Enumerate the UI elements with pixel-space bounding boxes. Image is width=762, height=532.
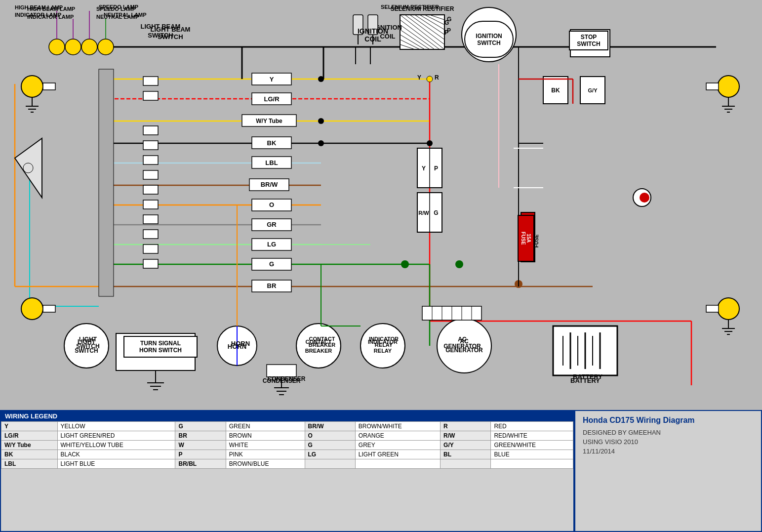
svg-text:P: P: [444, 29, 448, 36]
svg-rect-95: [143, 215, 158, 224]
svg-text:INDICATOR: INDICATOR: [368, 339, 398, 345]
svg-text:LIGHT: LIGHT: [78, 338, 96, 345]
svg-text:GENERATOR: GENERATOR: [445, 347, 483, 354]
svg-rect-24: [99, 69, 114, 296]
svg-text:P: P: [434, 165, 438, 172]
svg-text:BK: BK: [267, 139, 277, 147]
svg-point-76: [462, 7, 516, 62]
designer: DESIGNED BY GMEEHAN: [583, 429, 754, 436]
legend-name-lightblue: LIGHT BLUE: [57, 459, 175, 469]
svg-point-162: [640, 193, 649, 203]
legend-code-br: BR: [175, 431, 226, 441]
svg-text:G: G: [434, 209, 438, 216]
svg-rect-98: [143, 259, 158, 268]
svg-rect-114: [43, 305, 55, 312]
svg-text:G: G: [269, 260, 274, 268]
svg-text:INDICATOR LAMP: INDICATOR LAMP: [27, 14, 74, 20]
legend-section: WIRING LEGEND Y YELLOW G GREEN BR/W BROW…: [0, 410, 762, 532]
legend-name-blue: BLUE: [491, 450, 573, 459]
svg-text:HORN SWITCH: HORN SWITCH: [134, 348, 177, 355]
svg-text:BATTERY: BATTERY: [570, 377, 600, 384]
legend-code-gy: G/Y: [441, 441, 491, 450]
svg-rect-112: [43, 83, 55, 90]
legend-right-panel: Honda CD175 Wiring Diagram DESIGNED BY G…: [574, 410, 762, 532]
svg-text:IGNITION: IGNITION: [476, 27, 502, 34]
legend-name-grey: GREY: [355, 441, 440, 450]
legend-name-white: WHITE: [226, 441, 305, 450]
svg-rect-118: [706, 305, 719, 312]
svg-point-115: [718, 76, 739, 97]
svg-point-144: [437, 319, 491, 373]
svg-rect-136: [267, 365, 296, 377]
svg-text:AC: AC: [460, 338, 469, 345]
svg-rect-116: [706, 83, 719, 90]
legend-code-brbl: BR/BL: [175, 459, 226, 469]
legend-code-o: O: [305, 431, 355, 441]
svg-text:BK: BK: [551, 87, 560, 94]
svg-text:RELAY: RELAY: [374, 348, 392, 354]
legend-name-wytube: WHITE/YELLOW TUBE: [57, 441, 175, 450]
legend-code-brw: BR/W: [305, 422, 355, 431]
svg-point-127: [64, 324, 109, 368]
legend-name-orange: ORANGE: [355, 431, 440, 441]
svg-rect-88: [143, 91, 158, 100]
legend-name-brownwhite: BROWN/WHITE: [355, 422, 440, 431]
svg-text:SELENIUM RECTIFIER: SELENIUM RECTIFIER: [391, 5, 454, 12]
svg-rect-90: [143, 141, 158, 150]
svg-point-169: [455, 260, 463, 268]
svg-point-117: [718, 298, 739, 320]
svg-text:W/Y Tube: W/Y Tube: [256, 118, 282, 124]
svg-point-102: [98, 39, 114, 55]
svg-text:G/Y: G/Y: [588, 87, 598, 93]
legend-name-redwhite: RED/WHITE: [491, 431, 573, 441]
date: 11/11/2014: [583, 448, 754, 455]
svg-point-99: [49, 39, 65, 55]
svg-text:SWITCH: SWITCH: [477, 35, 500, 42]
svg-rect-96: [143, 230, 158, 239]
svg-rect-92: [143, 170, 158, 179]
legend-table-container: WIRING LEGEND Y YELLOW G GREEN BR/W BROW…: [0, 410, 574, 532]
svg-point-163: [318, 76, 324, 82]
legend-code-g: G: [175, 422, 226, 431]
svg-point-113: [21, 298, 43, 320]
svg-point-101: [81, 39, 97, 55]
legend-code-lgr: LG/R: [1, 431, 58, 441]
svg-point-168: [401, 260, 409, 268]
legend-name-lightgreen: LIGHT GREEN: [355, 450, 440, 459]
legend-name-lgr: LIGHT GREEN/RED: [57, 431, 175, 441]
svg-point-132: [296, 324, 341, 368]
svg-point-165: [318, 140, 324, 146]
svg-point-164: [318, 118, 324, 124]
diagram-title: Honda CD175 Wiring Diagram: [583, 416, 754, 425]
legend-name-green: GREEN: [226, 422, 305, 431]
svg-text:HIGH BEAM LAMP: HIGH BEAM LAMP: [27, 6, 75, 12]
legend-code-w: W: [175, 441, 226, 450]
legend-code-bl: BL: [441, 450, 491, 459]
svg-text:15A: 15A: [523, 237, 529, 246]
svg-text:SPEEDO LAMP: SPEEDO LAMP: [96, 6, 136, 12]
svg-rect-81: [353, 15, 363, 35]
svg-rect-89: [143, 126, 158, 135]
svg-text:SWITCH: SWITCH: [148, 32, 173, 39]
svg-text:LIGHT BEAM: LIGHT BEAM: [141, 23, 181, 30]
svg-text:NEUTRAL LAMP: NEUTRAL LAMP: [96, 14, 139, 20]
legend-header: WIRING LEGEND: [1, 411, 573, 421]
svg-text:LG/R: LG/R: [264, 95, 280, 103]
svg-text:STOP: STOP: [582, 36, 598, 43]
legend-name-brownblue: BROWN/BLUE: [226, 459, 305, 469]
legend-code-lg: LG: [305, 450, 355, 459]
svg-text:SWITCH: SWITCH: [578, 45, 602, 52]
legend-name-brown: BROWN: [226, 431, 305, 441]
svg-text:GR: GR: [267, 221, 277, 228]
svg-text:BR: BR: [267, 282, 277, 289]
svg-text:LG: LG: [267, 241, 276, 248]
svg-point-166: [427, 140, 433, 146]
svg-text:TURN SIGNAL: TURN SIGNAL: [135, 339, 176, 346]
svg-text:LBL: LBL: [265, 159, 278, 166]
svg-point-141: [361, 324, 405, 368]
svg-text:Y: Y: [270, 76, 274, 83]
legend-name-pink: PINK: [226, 450, 305, 459]
legend-code-y: Y: [1, 422, 58, 431]
svg-rect-94: [143, 200, 158, 209]
svg-text:BREAKER: BREAKER: [305, 348, 332, 354]
